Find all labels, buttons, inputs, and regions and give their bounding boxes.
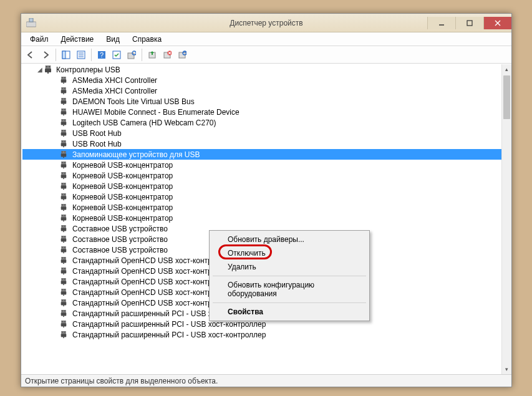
menu-file[interactable]: Файл	[24, 34, 55, 45]
tree-item[interactable]: Корневой USB-концентратор	[22, 181, 501, 191]
usb-icon	[60, 193, 69, 201]
usb-category-icon	[44, 65, 52, 74]
tree-item-label: Составное USB устройство	[71, 235, 169, 244]
ctx-refresh-config[interactable]: Обновить конфигурацию оборудования	[211, 278, 367, 301]
scroll-thumb[interactable]	[503, 75, 510, 119]
tree-item-label: ASMedia XHCI Controller	[71, 87, 158, 95]
tree-item-label: HUAWEI Mobile Connect - Bus Enumerate De…	[71, 108, 241, 117]
tree-item[interactable]: Корневой USB-концентратор	[22, 160, 501, 170]
expander-icon[interactable]: ◢	[36, 66, 44, 73]
tree-item-label: Запоминающее устройство для USB	[71, 150, 201, 159]
usb-icon	[60, 278, 69, 286]
usb-icon	[60, 130, 69, 137]
usb-icon	[60, 310, 69, 317]
app-icon	[26, 18, 36, 28]
toolbar-separator	[142, 49, 142, 61]
tree-item-label: USB Root Hub	[71, 129, 123, 138]
usb-icon	[60, 87, 69, 95]
usb-icon	[60, 246, 69, 254]
update-driver-button[interactable]	[145, 48, 159, 62]
tree-item[interactable]: USB Root Hub	[22, 138, 501, 149]
tree-category[interactable]: ◢Контроллеры USB	[22, 64, 501, 75]
scan-button[interactable]	[125, 48, 138, 62]
scrollbar-vertical[interactable]: ▴ ▾	[501, 64, 511, 374]
tree-item-label: USB Root Hub	[71, 140, 123, 148]
properties-button[interactable]	[74, 48, 88, 62]
ctx-separator	[213, 276, 366, 276]
usb-icon	[60, 268, 69, 275]
ctx-properties[interactable]: Свойства	[211, 305, 367, 319]
tool-button[interactable]	[110, 48, 123, 62]
tree-item[interactable]: HUAWEI Mobile Connect - Bus Enumerate De…	[22, 107, 501, 117]
context-menu: Обновить драйверы... Отключить Удалить О…	[209, 230, 370, 321]
device-manager-window: Диспетчер устройств Файл Действие Вид Сп…	[21, 13, 512, 387]
usb-icon	[60, 225, 69, 233]
content-area: ◢Контроллеры USBASMedia XHCI ControllerA…	[21, 64, 511, 374]
menu-action[interactable]: Действие	[55, 34, 100, 45]
usb-icon	[60, 257, 69, 264]
svg-text:?: ?	[100, 51, 104, 59]
help-button[interactable]: ?	[95, 48, 109, 62]
toolbar: ?	[21, 46, 511, 64]
tree-category-label: Контроллеры USB	[55, 65, 122, 74]
disable-button[interactable]	[175, 48, 189, 62]
usb-icon	[60, 162, 69, 169]
tree-item-label: DAEMON Tools Lite Virtual USB Bus	[71, 97, 196, 106]
status-text: Открытие страницы свойств для выделенног…	[25, 377, 218, 385]
tree-item[interactable]: Корневой USB-концентратор	[22, 213, 501, 223]
usb-icon	[60, 109, 69, 116]
usb-icon	[60, 204, 69, 211]
forward-button[interactable]	[39, 48, 52, 62]
usb-icon	[60, 299, 69, 307]
tree-item-label: Составное USB устройство	[71, 225, 169, 233]
menu-view[interactable]: Вид	[100, 34, 126, 45]
uninstall-button[interactable]	[160, 48, 174, 62]
statusbar: Открытие страницы свойств для выделенног…	[21, 374, 511, 387]
tree-item-label: Составное USB устройство	[71, 246, 169, 254]
usb-icon	[60, 119, 69, 127]
usb-icon	[60, 289, 69, 296]
titlebar[interactable]: Диспетчер устройств	[21, 14, 511, 32]
tree-item[interactable]: Logitech USB Camera (HD Webcam C270)	[22, 117, 501, 128]
show-hide-tree-button[interactable]	[59, 48, 73, 62]
tree-item[interactable]: USB Root Hub	[22, 128, 501, 138]
minimize-button[interactable]	[427, 17, 455, 29]
toolbar-separator	[91, 49, 92, 61]
device-tree[interactable]: ◢Контроллеры USBASMedia XHCI ControllerA…	[22, 64, 501, 374]
tree-item[interactable]: Запоминающее устройство для USB	[22, 149, 501, 160]
svg-rect-8	[467, 21, 472, 26]
scroll-down-button[interactable]: ▾	[502, 364, 511, 374]
svg-line-22	[135, 54, 136, 55]
tree-item-label: Корневой USB-концентратор	[71, 214, 174, 223]
usb-icon	[60, 151, 69, 158]
scroll-up-button[interactable]: ▴	[502, 64, 511, 74]
usb-icon	[60, 321, 69, 328]
tree-item[interactable]: DAEMON Tools Lite Virtual USB Bus	[22, 96, 501, 107]
ctx-update-drivers[interactable]: Обновить драйверы...	[211, 233, 367, 246]
tree-item-label: Logitech USB Camera (HD Webcam C270)	[71, 118, 218, 127]
svg-rect-20	[128, 53, 134, 59]
tree-item[interactable]: ASMedia XHCI Controller	[22, 75, 501, 85]
ctx-disable[interactable]: Отключить	[211, 246, 367, 260]
close-button[interactable]	[483, 17, 511, 29]
menu-help[interactable]: Справка	[126, 34, 168, 45]
usb-icon	[60, 77, 69, 84]
usb-icon	[60, 331, 69, 339]
maximize-button[interactable]	[455, 17, 483, 29]
ctx-delete[interactable]: Удалить	[211, 260, 367, 274]
back-button[interactable]	[24, 48, 37, 62]
usb-icon	[60, 98, 69, 105]
tree-item[interactable]: Корневой USB-концентратор	[22, 191, 501, 202]
tree-item[interactable]: Стандартный расширенный PCI - USB хост-к…	[22, 329, 501, 340]
tree-item-label: Стандартный расширенный PCI - USB хост-к…	[71, 331, 267, 339]
tree-item[interactable]: ASMedia XHCI Controller	[22, 85, 501, 96]
tree-item[interactable]: Корневой USB-концентратор	[22, 202, 501, 213]
tree-item-label: Корневой USB-концентратор	[71, 161, 174, 170]
window-controls	[427, 17, 511, 29]
usb-icon	[60, 215, 69, 222]
tree-item-label: ASMedia XHCI Controller	[71, 76, 158, 85]
menubar: Файл Действие Вид Справка	[21, 32, 511, 46]
tree-item-label: Корневой USB-концентратор	[71, 193, 174, 201]
tree-item[interactable]: Корневой USB-концентратор	[22, 170, 501, 181]
tree-item-label: Корневой USB-концентратор	[71, 182, 174, 191]
